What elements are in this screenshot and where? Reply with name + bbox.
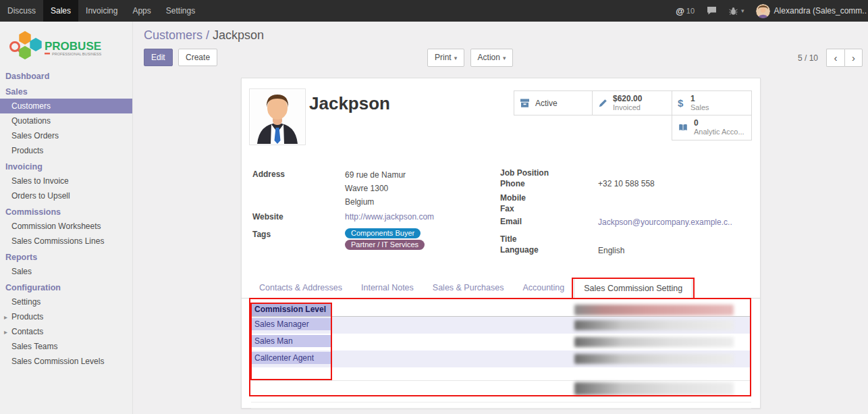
phone-label: Phone xyxy=(500,179,525,188)
create-button[interactable]: Create xyxy=(178,49,217,66)
pager-previous-button[interactable]: ‹ xyxy=(826,49,844,67)
sidebar-item-reports-sales[interactable]: Sales xyxy=(0,264,132,279)
table-empty-row[interactable] xyxy=(251,396,751,403)
sidebar-section-commissions[interactable]: Commissions xyxy=(0,203,132,219)
sidebar-section-sales[interactable]: Sales xyxy=(0,83,132,99)
tab-sales-purchases[interactable]: Sales & Purchases xyxy=(423,278,514,298)
menu-sales[interactable]: Sales xyxy=(43,0,78,22)
svg-text:$: $ xyxy=(678,98,684,109)
book-icon xyxy=(678,123,688,132)
analytic-stat-button[interactable]: 0 Analytic Acco... xyxy=(672,115,752,140)
sidebar-item-sales-orders[interactable]: Sales Orders xyxy=(0,128,132,143)
logo-title: PROBUSE xyxy=(45,40,101,53)
redacted-cell-value xyxy=(574,354,734,364)
table-header-row: Commission Level xyxy=(251,303,751,317)
email-link[interactable]: Jackpson@yourcompany.example.c.. xyxy=(598,217,732,227)
phone-value: +32 10 588 558 xyxy=(598,179,655,188)
breadcrumb-customers[interactable]: Customers xyxy=(144,28,202,42)
menu-apps[interactable]: Apps xyxy=(125,0,158,22)
active-stat-button[interactable]: Active xyxy=(514,90,593,115)
print-menu-button[interactable]: Print▾ xyxy=(427,49,464,67)
top-menu-list: Discuss Sales Invoicing Apps Settings xyxy=(0,0,202,22)
tag-components-buyer[interactable]: Components Buyer xyxy=(345,228,421,238)
sidebar-item-sales-teams[interactable]: Sales Teams xyxy=(0,339,132,354)
redacted-cell-value xyxy=(574,320,734,330)
caret-down-icon: ▾ xyxy=(454,55,458,61)
sales-stat-button[interactable]: $ 1 Sales xyxy=(672,90,752,115)
menu-settings[interactable]: Settings xyxy=(159,0,202,22)
archive-icon xyxy=(520,98,530,108)
invoiced-label: Invoiced xyxy=(613,103,642,112)
pager: 5 / 10 ‹› xyxy=(798,49,863,67)
sidebar-item-products-config[interactable]: ▸Products xyxy=(0,309,132,324)
breadcrumb-separator: / xyxy=(206,28,209,42)
commission-level-cell[interactable]: Sales Man xyxy=(252,335,331,347)
table-row[interactable]: Sales Manager xyxy=(251,317,751,334)
sidebar-item-products[interactable]: Products xyxy=(0,143,132,158)
probuse-logo[interactable]: PROBUSE PROFESSIONAL BUSINESS xyxy=(0,22,132,68)
notebook-tabs: Contacts & Addresses Internal Notes Sale… xyxy=(242,279,760,299)
sidebar-item-commission-worksheets[interactable]: Commission Worksheets xyxy=(0,219,132,234)
messages-icon[interactable] xyxy=(701,0,723,22)
table-empty-row[interactable] xyxy=(251,381,751,396)
action-menu-button[interactable]: Action▾ xyxy=(470,49,514,67)
sidebar-item-orders-to-upsell[interactable]: Orders to Upsell xyxy=(0,188,132,203)
invoiced-amount: $620.00 xyxy=(613,95,642,103)
menu-invoicing[interactable]: Invoicing xyxy=(78,0,125,22)
language-label: Language xyxy=(500,245,539,255)
sidebar-section-dashboard[interactable]: Dashboard xyxy=(0,68,132,83)
commission-level-cell[interactable]: Sales Manager xyxy=(252,318,331,330)
pager-value: 5 / 10 xyxy=(798,53,818,63)
debug-menu[interactable]: ▾ xyxy=(723,0,751,22)
tag-partner-it-services[interactable]: Partner / IT Services xyxy=(345,240,425,250)
sales-label: Sales xyxy=(690,103,709,112)
tab-contacts-addresses[interactable]: Contacts & Addresses xyxy=(250,278,352,298)
active-stat-label: Active xyxy=(535,99,558,108)
redacted-header-value xyxy=(574,305,734,315)
sidebar-item-quotations[interactable]: Quotations xyxy=(0,113,132,128)
main-content: Customers / Jackpson Edit Create Print▾ … xyxy=(133,22,868,414)
menu-discuss[interactable]: Discuss xyxy=(0,0,43,22)
sidebar-section-configuration[interactable]: Configuration xyxy=(0,279,132,294)
sidebar-item-contacts[interactable]: ▸Contacts xyxy=(0,324,132,339)
tab-internal-notes[interactable]: Internal Notes xyxy=(352,278,423,298)
sidebar-section-reports[interactable]: Reports xyxy=(0,249,132,264)
tags-label: Tags xyxy=(252,230,271,239)
commission-level-cell[interactable]: Callcenter Agent xyxy=(252,352,331,364)
logo-subtitle: PROFESSIONAL BUSINESS xyxy=(52,52,101,56)
topbar-right: @ 10 ▾ Alexandra (Sales_comm.. xyxy=(670,0,868,22)
table-empty-row[interactable] xyxy=(251,403,751,409)
caret-right-icon: ▸ xyxy=(4,328,11,336)
commission-level-column-header[interactable]: Commission Level xyxy=(252,303,331,316)
customer-form-sheet: Jackpson Active $620.00 Invoiced $ xyxy=(241,78,761,409)
at-icon: @ xyxy=(676,6,684,16)
email-label: Email xyxy=(500,217,522,226)
breadcrumb-current: Jackpson xyxy=(213,28,264,42)
sidebar-item-customers[interactable]: Customers xyxy=(0,99,132,113)
customer-photo[interactable] xyxy=(249,88,306,145)
user-menu[interactable]: Alexandra (Sales_comm.. xyxy=(751,4,868,18)
sidebar-item-sales-commissions-lines[interactable]: Sales Commissions Lines xyxy=(0,234,132,249)
user-name: Alexandra (Sales_comm.. xyxy=(774,6,867,16)
sidebar-item-settings[interactable]: Settings xyxy=(0,294,132,309)
pager-next-button[interactable]: › xyxy=(844,49,863,67)
breadcrumb: Customers / Jackpson xyxy=(133,22,868,43)
website-link[interactable]: http://www.jackpson.com xyxy=(345,212,434,222)
edit-button[interactable]: Edit xyxy=(144,49,173,66)
table-row[interactable]: Callcenter Agent xyxy=(251,351,751,367)
action-buttons: Print▾ Action▾ xyxy=(427,49,513,67)
address-line-2: Wavre 1300 xyxy=(345,184,388,193)
table-empty-row[interactable] xyxy=(251,367,751,381)
sidebar-section-invoicing[interactable]: Invoicing xyxy=(0,158,132,174)
sidebar-item-sales-commission-levels[interactable]: Sales Commission Levels xyxy=(0,354,132,369)
tab-accounting[interactable]: Accounting xyxy=(513,278,574,298)
sidebar-item-sales-to-invoice[interactable]: Sales to Invoice xyxy=(0,174,132,188)
invoiced-stat-button[interactable]: $620.00 Invoiced xyxy=(592,90,672,115)
tab-sales-commission-setting[interactable]: Sales Commission Setting xyxy=(574,278,693,299)
redacted-cell-value xyxy=(574,382,734,395)
mentions-counter[interactable]: @ 10 xyxy=(670,0,701,22)
analytic-label: Analytic Acco... xyxy=(694,128,744,136)
caret-down-icon: ▾ xyxy=(741,7,744,14)
top-navbar: Discuss Sales Invoicing Apps Settings @ … xyxy=(0,0,868,22)
table-row[interactable]: Sales Man xyxy=(251,334,751,351)
